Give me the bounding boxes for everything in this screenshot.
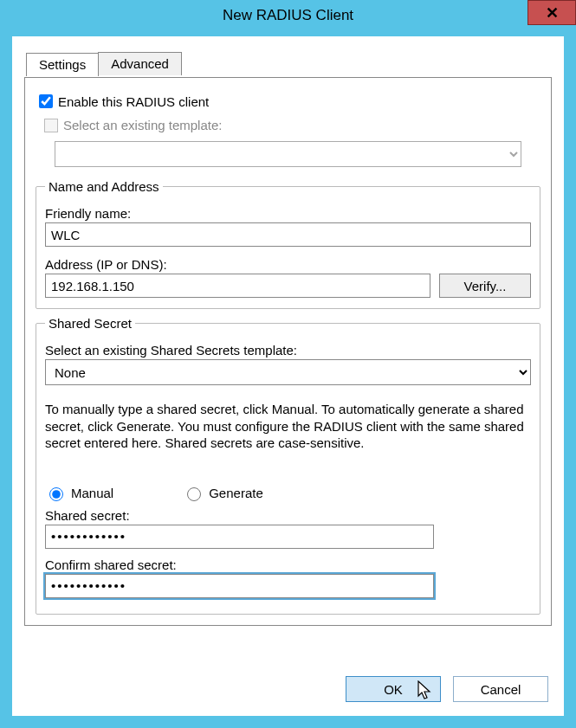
close-icon: ✕ — [546, 5, 559, 21]
dialog-button-row: OK Cancel — [346, 676, 548, 702]
friendly-name-input[interactable] — [45, 222, 531, 247]
name-address-legend: Name and Address — [45, 179, 163, 194]
existing-template-label: Select an existing template: — [63, 118, 222, 132]
tab-strip: Settings Advanced — [26, 52, 564, 75]
existing-template-dropdown — [55, 141, 521, 167]
enable-client-label: Enable this RADIUS client — [58, 94, 209, 109]
window-title: New RADIUS Client — [0, 7, 576, 24]
generate-radio-label[interactable]: Generate — [183, 485, 263, 501]
shared-secret-template-dropdown[interactable]: None — [45, 359, 531, 385]
name-address-group: Name and Address Friendly name: Address … — [36, 179, 540, 309]
existing-template-row: Select an existing template: — [44, 118, 540, 132]
shared-secret-group: Shared Secret Select an existing Shared … — [36, 316, 540, 615]
shared-secret-legend: Shared Secret — [45, 316, 135, 331]
enable-client-checkbox[interactable] — [39, 94, 53, 108]
close-button[interactable]: ✕ — [527, 0, 576, 25]
friendly-name-label: Friendly name: — [45, 206, 531, 221]
shared-secret-info: To manually type a shared secret, click … — [45, 401, 531, 452]
generate-radio[interactable] — [187, 487, 201, 501]
shared-secret-input[interactable] — [45, 525, 434, 549]
confirm-secret-label: Confirm shared secret: — [45, 557, 531, 572]
tab-settings[interactable]: Settings — [26, 53, 99, 76]
verify-button[interactable]: Verify... — [439, 274, 531, 298]
settings-panel: Enable this RADIUS client Select an exis… — [24, 77, 552, 626]
dialog-content: Settings Advanced Enable this RADIUS cli… — [12, 36, 564, 716]
cancel-button[interactable]: Cancel — [453, 676, 548, 702]
confirm-secret-input[interactable] — [45, 574, 434, 598]
ok-button[interactable]: OK — [346, 676, 441, 702]
tab-advanced[interactable]: Advanced — [98, 52, 182, 75]
dialog-window: New RADIUS Client ✕ Settings Advanced En… — [0, 0, 576, 728]
address-input[interactable] — [45, 274, 430, 298]
manual-radio[interactable] — [49, 487, 63, 501]
address-label: Address (IP or DNS): — [45, 257, 531, 272]
shared-secret-template-label: Select an existing Shared Secrets templa… — [45, 343, 531, 358]
enable-client-row: Enable this RADIUS client — [36, 92, 540, 111]
shared-secret-label: Shared secret: — [45, 508, 531, 523]
titlebar: New RADIUS Client ✕ — [0, 0, 576, 31]
manual-radio-label[interactable]: Manual — [45, 485, 113, 501]
existing-template-checkbox — [44, 119, 58, 132]
